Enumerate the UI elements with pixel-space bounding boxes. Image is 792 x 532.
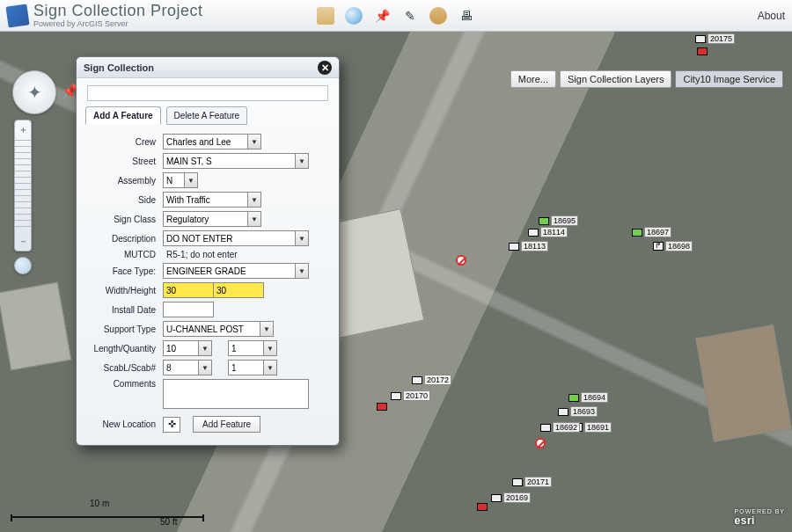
close-icon[interactable]: ✕ (318, 61, 332, 75)
pencil-icon[interactable]: ✎ (401, 7, 419, 25)
sign-marker[interactable]: 20172 (412, 375, 451, 385)
support-label: Support Type (85, 324, 163, 334)
street-select[interactable] (163, 153, 295, 169)
header-toolbar: 📌 ✎ 🖶 (317, 7, 475, 25)
signclass-select[interactable] (163, 211, 247, 227)
sign-marker[interactable]: 20175 (695, 33, 735, 44)
sign-marker[interactable] (535, 438, 546, 448)
panel-title: Sign Collection (84, 62, 154, 73)
height-input[interactable] (213, 282, 264, 298)
sign-marker[interactable]: 20170 (391, 390, 430, 401)
crew-label: Crew (85, 137, 163, 147)
install-date-input[interactable] (163, 302, 214, 317)
description-select[interactable] (163, 230, 295, 246)
panel-titlebar[interactable]: Sign Collection ✕ (77, 57, 339, 78)
quantity-select[interactable] (228, 340, 263, 356)
sign-marker[interactable] (477, 503, 488, 511)
support-select[interactable] (163, 321, 260, 337)
chevron-down-icon[interactable]: ▼ (263, 340, 277, 356)
pushpin-icon[interactable]: 📌 (373, 7, 391, 25)
sign-marker[interactable]: 20171 (512, 477, 552, 487)
more-button[interactable]: More... (510, 70, 556, 88)
sign-collection-panel: Sign Collection ✕ Add A Feature Delete A… (76, 56, 340, 446)
facetype-label: Face Type: (85, 266, 163, 276)
image-service-button[interactable]: City10 Image Service (675, 70, 783, 88)
panel-tabs: Add A Feature Delete A Feature (85, 106, 330, 125)
comments-textarea[interactable] (163, 379, 309, 409)
map-building (0, 282, 71, 371)
side-label: Side (85, 195, 163, 205)
chevron-down-icon[interactable]: ▼ (198, 340, 212, 356)
sign-marker[interactable]: 18113 (509, 241, 548, 251)
sign-marker[interactable] (697, 47, 708, 55)
chevron-down-icon[interactable]: ▼ (295, 230, 309, 246)
length-select[interactable] (163, 340, 198, 356)
wh-label: Width/Height (85, 286, 163, 295)
sign-marker[interactable]: 18692 (540, 422, 580, 433)
zoom-in-button[interactable]: ＋ (18, 123, 28, 136)
zoom-out-button[interactable]: － (18, 235, 28, 248)
install-label: Install Date (85, 305, 163, 315)
width-input[interactable] (163, 282, 214, 298)
app-title: Sign Collection Project (33, 3, 203, 18)
chevron-down-icon[interactable]: ▼ (184, 172, 198, 188)
sign-marker[interactable]: 18697 (632, 227, 671, 237)
mutcd-label: MUTCD (85, 250, 163, 259)
chevron-down-icon[interactable]: ▼ (295, 153, 309, 169)
sign-marker[interactable]: 18693 (558, 406, 598, 417)
book-icon[interactable] (317, 7, 334, 25)
zoom-full-extent-button[interactable] (14, 257, 32, 274)
panel-search-input[interactable] (87, 85, 328, 101)
title-block: Sign Collection Project Powered by ArcGI… (33, 3, 203, 28)
globe-icon[interactable] (345, 7, 363, 25)
sign-marker[interactable]: 18694 (568, 392, 608, 403)
about-link[interactable]: About (758, 10, 785, 22)
side-select[interactable] (163, 192, 247, 208)
chevron-down-icon[interactable]: ▼ (247, 211, 261, 227)
sign-marker[interactable]: 18698 (653, 241, 693, 251)
nav-compass[interactable] (12, 70, 56, 114)
assembly-label: Assembly (85, 176, 163, 186)
tab-delete-feature[interactable]: Delete A Feature (166, 106, 248, 125)
scale-ft-label: 50 ft (160, 517, 177, 527)
scabn-select[interactable] (228, 360, 263, 375)
map-building (695, 324, 791, 442)
sign-collection-layers-button[interactable]: Sign Collection Layers (560, 70, 671, 88)
crew-select[interactable] (163, 134, 247, 149)
sign-marker[interactable]: 20169 (491, 492, 531, 503)
app-header: Sign Collection Project Powered by ArcGI… (0, 0, 792, 32)
assembly-select[interactable] (163, 172, 184, 188)
facetype-select[interactable] (163, 263, 295, 279)
app-logo-icon (5, 4, 29, 27)
print-icon[interactable]: 🖶 (458, 7, 475, 25)
zoom-slider[interactable]: ＋ － (14, 120, 32, 251)
pick-location-button[interactable]: ✜ (163, 417, 180, 433)
mutcd-value: R5-1; do not enter (163, 250, 238, 259)
tab-add-feature[interactable]: Add A Feature (85, 106, 161, 125)
zoom-ticks[interactable] (15, 140, 31, 231)
chevron-down-icon[interactable]: ▼ (260, 321, 274, 337)
scabl-select[interactable] (163, 360, 198, 375)
description-label: Description (85, 234, 163, 244)
layer-buttons: More... Sign Collection Layers City10 Im… (510, 70, 783, 88)
scab-label: ScabL/Scab# (85, 363, 163, 373)
signclass-label: Sign Class (85, 215, 163, 224)
chevron-down-icon[interactable]: ▼ (198, 360, 212, 375)
sign-marker[interactable] (377, 403, 387, 411)
street-label: Street (85, 157, 163, 166)
sign-marker[interactable]: 18695 (539, 215, 578, 226)
scale-bar: 10 m 50 ft (11, 507, 204, 523)
palette-icon[interactable] (429, 7, 447, 25)
chevron-down-icon[interactable]: ▼ (263, 360, 277, 375)
sign-marker[interactable] (456, 255, 466, 266)
scale-m-label: 10 m (90, 499, 109, 508)
chevron-down-icon[interactable]: ▼ (247, 134, 261, 149)
newloc-label: New Location (85, 419, 163, 429)
lenqty-label: Length/Quantity (85, 344, 163, 353)
sign-marker[interactable]: 18114 (528, 227, 568, 237)
chevron-down-icon[interactable]: ▼ (247, 192, 261, 208)
app-subtitle: Powered by ArcGIS Server (33, 20, 203, 28)
esri-attribution: POWERED BY esri (735, 508, 785, 527)
add-feature-button[interactable]: Add Feature (193, 416, 260, 433)
chevron-down-icon[interactable]: ▼ (295, 263, 309, 279)
